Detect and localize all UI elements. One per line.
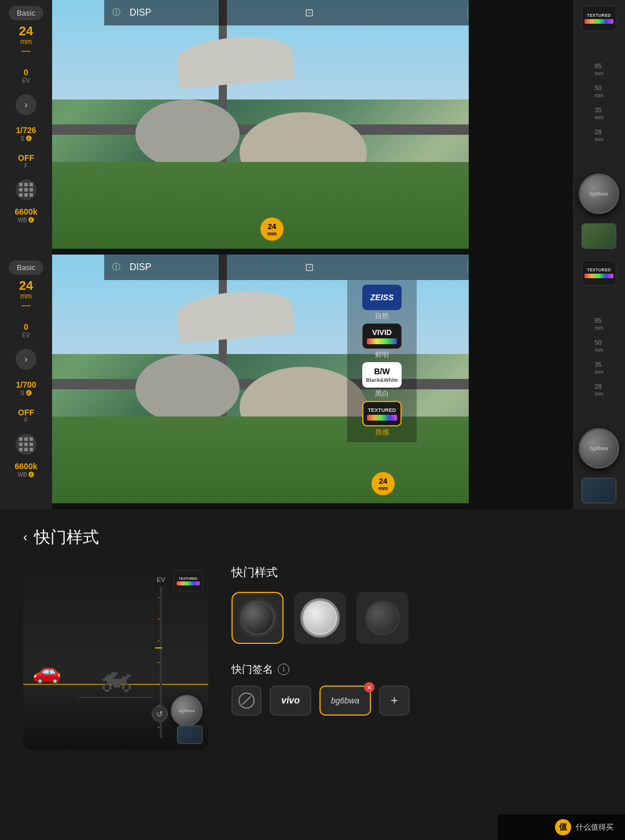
- scale-85-1[interactable]: 85mm: [595, 62, 604, 76]
- logo-text: 什么值得买: [576, 822, 613, 832]
- shutter-group-2: 1/700 S 🅐: [16, 380, 36, 396]
- filter-bw-label: 黑白: [375, 389, 389, 399]
- disp-label-2: DISP: [130, 262, 151, 272]
- ev-value-1: 0: [24, 68, 28, 78]
- basic-button-1[interactable]: Basic: [9, 6, 43, 20]
- grid-icon-1[interactable]: ⊡: [305, 6, 314, 19]
- scale-28-2[interactable]: 28mm: [595, 383, 604, 397]
- ev-bar-label: EV: [157, 576, 166, 583]
- expand-button-1[interactable]: ›: [16, 94, 36, 115]
- dial-text-2: bg6bwa: [590, 445, 608, 451]
- scale-28-1[interactable]: 28mm: [595, 128, 604, 142]
- signature-info-icon[interactable]: i: [278, 664, 289, 675]
- grid-button-1[interactable]: [16, 179, 36, 200]
- textured-bar-2: [584, 274, 613, 278]
- shutter-value-2: 1/700: [16, 380, 36, 390]
- sig-option-none[interactable]: [231, 686, 262, 716]
- sig-delete-button[interactable]: ✕: [364, 682, 374, 692]
- preview-textured-badge: TEXTURED: [174, 570, 203, 591]
- sig-option-add[interactable]: +: [379, 686, 410, 716]
- sig-custom-label: bg6bwa: [331, 696, 359, 705]
- ev-label-2: EV: [22, 332, 30, 338]
- sig-add-icon: +: [391, 693, 398, 708]
- signature-section-title: 快门签名 i: [231, 662, 602, 676]
- nav-title: 快门样式: [34, 526, 99, 548]
- grid-button-2[interactable]: [16, 434, 36, 455]
- vivid-badge: VIVID: [362, 323, 402, 349]
- zeiss-badge: ZEISS: [362, 285, 402, 310]
- disp-label-1: DISP: [130, 8, 151, 18]
- car-icon: 🚗: [32, 658, 61, 685]
- filter-zeiss-label: 自然: [375, 311, 389, 321]
- info-icon-2[interactable]: ⓘ: [112, 262, 120, 272]
- expand-button-2[interactable]: ›: [16, 349, 36, 370]
- focal-display-2: 24 mm —: [19, 279, 33, 311]
- preview-dial[interactable]: bg6bwa: [171, 695, 203, 727]
- ev-group-1: 0 EV: [22, 68, 30, 84]
- scale-35-1[interactable]: 35mm: [595, 106, 604, 120]
- preview-dial-text: bg6bwa: [178, 708, 194, 713]
- bw-badge: B/W Black&White: [362, 362, 402, 388]
- thumbnail-1: [582, 223, 616, 249]
- textured-badge-2: TEXTURED: [582, 260, 616, 286]
- filter-bw[interactable]: B/W Black&White 黑白: [351, 362, 413, 399]
- scale-85-2[interactable]: 85mm: [595, 317, 604, 331]
- preview-textured-bar: [177, 581, 200, 585]
- focal-dash-1: —: [19, 46, 33, 56]
- aperture-group-2: OFF F: [18, 408, 34, 424]
- filter-textured[interactable]: TEXTURED 质感: [351, 401, 413, 437]
- grid-icon-2[interactable]: ⊡: [305, 261, 314, 274]
- logo-icon: 值: [555, 819, 571, 835]
- dial-knob-1[interactable]: bg6bwa: [579, 174, 619, 214]
- shutter-label-1: S 🅐: [20, 135, 31, 142]
- scale-50-2[interactable]: 50mm: [595, 339, 604, 353]
- filter-vivid-label: 鲜明: [375, 350, 389, 360]
- city-view-1: [52, 0, 469, 249]
- focal-scale-2: 85mm 50mm 35mm 28mm: [595, 292, 604, 422]
- dial-knob-2[interactable]: bg6bwa: [579, 428, 619, 469]
- info-icon-1[interactable]: ⓘ: [112, 8, 120, 18]
- shutter-group-1: 1/726 S 🅐: [16, 126, 36, 142]
- camera-view-1: ⓘ DISP ⊡ HDR ⟳ 24 mm: [52, 0, 469, 249]
- wb-value-1: 6600k: [15, 207, 38, 217]
- preview-box: 🚗 🏍 EV: [23, 565, 208, 750]
- scale-35-2[interactable]: 35mm: [595, 361, 604, 375]
- sig-option-vivo[interactable]: vivo: [270, 686, 311, 716]
- wb-label-1: WB 🅐: [18, 217, 35, 223]
- focal-dash-2: —: [19, 300, 33, 311]
- shutter-style-light[interactable]: [294, 592, 346, 644]
- filter-vivid[interactable]: VIVID 鲜明: [351, 323, 413, 360]
- bottom-section: ‹ 快门样式 🚗 🏍 EV: [0, 509, 625, 773]
- aperture-label-2: F: [24, 417, 28, 423]
- shutter-knob-dark: [240, 600, 275, 635]
- focal-scale-1: 85mm 50mm 35mm 28mm: [595, 37, 604, 168]
- wb-label-2: WB 🅐: [18, 471, 35, 478]
- thumbnail-2: [582, 478, 616, 503]
- signature-options: vivo bg6bwa ✕ +: [231, 686, 602, 716]
- hdr-label-2: HDR: [467, 261, 469, 274]
- moto-silhouette: 🏍: [98, 658, 133, 698]
- preview-reset[interactable]: ↺: [152, 706, 168, 722]
- bottom-content: 🚗 🏍 EV: [23, 565, 602, 750]
- focal-value-1: 24: [19, 25, 33, 38]
- filter-textured-label: 质感: [375, 428, 389, 437]
- left-sidebar-1: Basic 24 mm — 0 EV › 1/726 S 🅐 OFF F: [0, 0, 52, 255]
- ev-value-2: 0: [24, 322, 28, 332]
- wb-group-2: 6600k WB 🅐: [15, 462, 38, 478]
- settings-panel: 快门样式 快门签名 i: [231, 565, 602, 716]
- sig-option-custom[interactable]: bg6bwa ✕: [319, 686, 371, 716]
- back-nav[interactable]: ‹ 快门样式: [23, 526, 602, 548]
- left-sidebar-2: Basic 24 mm — 0 EV › 1/700 S 🅐 OFF F: [0, 255, 52, 509]
- shutter-style-dark[interactable]: [231, 592, 284, 644]
- preview-textured-text: TEXTURED: [179, 577, 197, 580]
- shutter-styles: [231, 592, 602, 644]
- hdr-label-1: HDR: [467, 6, 469, 19]
- scale-50-1[interactable]: 50mm: [595, 84, 604, 98]
- basic-button-2[interactable]: Basic: [9, 260, 43, 275]
- textured-bar-1: [584, 19, 613, 24]
- shutter-style-darkgray[interactable]: [356, 592, 409, 644]
- wb-value-2: 6600k: [15, 462, 38, 471]
- camera-top-bar-2: ⓘ DISP ⊡ HDR ⟳: [104, 255, 469, 280]
- camera-panel-1: Basic 24 mm — 0 EV › 1/726 S 🅐 OFF F: [0, 0, 625, 255]
- filter-zeiss[interactable]: ZEISS 自然: [351, 285, 413, 321]
